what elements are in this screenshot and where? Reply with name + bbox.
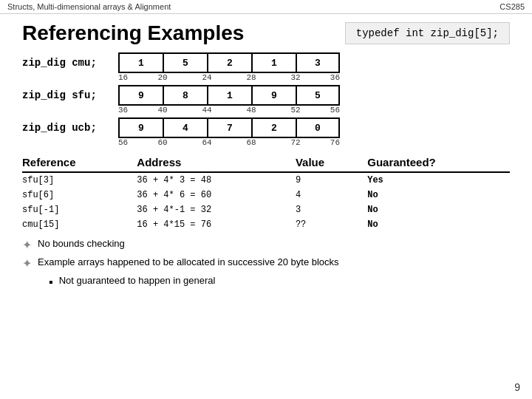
reference-table: Reference Address Value Guaranteed? sfu[… [22,154,510,232]
sub-bullet-marker-icon: ▪ [49,275,53,289]
bullets-section: ✦ No bounds checking ✦ Example arrays ha… [22,238,510,289]
addr-cell: 16 + 4*15 = 76 [132,217,291,232]
array-ucb-cell-3: 2 [251,117,296,138]
table-row: sfu[-1] 36 + 4*-1 = 32 3 No [22,202,510,217]
ref-cell: sfu[6] [22,188,132,202]
array-sfu-cell-1: 8 [163,85,207,106]
top-bar-title: Structs, Multi-dimensional arrays & Alig… [7,2,171,11]
bullet-diamond-icon: ✦ [22,238,32,253]
array-cmu-cells: 1 5 2 1 3 [118,52,340,73]
array-cmu-cell-1: 5 [163,52,207,73]
array-cmu-indices: 16 20 24 28 32 36 [118,73,510,82]
guar-cell: No [363,202,510,217]
array-cmu-cell-0: 1 [118,52,163,73]
array-ucb: zip_dig ucb; 9 4 7 2 0 56 60 64 68 72 76 [22,117,510,147]
addr-cell: 36 + 4* 6 = 60 [132,188,291,202]
array-ucb-cell-1: 4 [163,117,207,138]
array-cmu-cell-2: 2 [207,52,251,73]
array-sfu-indices: 36 40 44 48 52 56 [118,106,510,115]
array-cmu: zip_dig cmu; 1 5 2 1 3 16 20 24 28 32 36 [22,52,510,82]
array-ucb-indices: 56 60 64 68 72 76 [118,138,510,147]
array-ucb-cells: 9 4 7 2 0 [118,117,340,138]
ref-cell: cmu[15] [22,217,132,232]
array-sfu: zip_dig sfu; 9 8 1 9 5 36 40 44 48 52 56 [22,85,510,115]
col-header-reference: Reference [22,154,132,172]
val-cell: 4 [291,188,363,202]
col-header-value: Value [291,154,363,172]
array-ucb-cell-0: 9 [118,117,163,138]
sub-bullet-1-text: Not guaranteed to happen in general [59,275,216,286]
page-number: 9 [514,381,520,393]
array-ucb-cell-4: 0 [296,117,340,138]
col-header-guaranteed: Guaranteed? [363,154,510,172]
array-sfu-cell-4: 5 [296,85,340,106]
array-cmu-cell-3: 1 [251,52,296,73]
addr-cell: 36 + 4* 3 = 48 [132,172,291,188]
guar-cell: No [363,217,510,232]
val-cell: 3 [291,202,363,217]
table-row: sfu[6] 36 + 4* 6 = 60 4 No [22,188,510,202]
array-cmu-label: zip_dig cmu; [22,57,118,69]
val-cell: 9 [291,172,363,188]
table-row: cmu[15] 16 + 4*15 = 76 ?? No [22,217,510,232]
typedef-box: typedef int zip_dig[5]; [345,22,510,44]
array-sfu-cells: 9 8 1 9 5 [118,85,340,106]
array-sfu-label: zip_dig sfu; [22,89,118,101]
bullet-1-text: No bounds checking [38,238,125,249]
sub-bullet-1: ▪ Not guaranteed to happen in general [49,275,510,289]
bullet-2: ✦ Example arrays happened to be allocate… [22,256,510,272]
bullet-2-text: Example arrays happened to be allocated … [38,256,339,267]
reference-table-section: Reference Address Value Guaranteed? sfu[… [22,154,510,232]
array-ucb-label: zip_dig ucb; [22,122,118,134]
page-title: Referencing Examples [22,21,244,45]
table-row: sfu[3] 36 + 4* 3 = 48 9 Yes [22,172,510,188]
course-label: CS285 [499,2,525,11]
array-sfu-cell-3: 9 [251,85,296,106]
bullet-1: ✦ No bounds checking [22,238,510,253]
guar-cell: Yes [363,172,510,188]
col-header-address: Address [132,154,291,172]
addr-cell: 36 + 4*-1 = 32 [132,202,291,217]
ref-cell: sfu[3] [22,172,132,188]
array-cmu-cell-4: 3 [296,52,340,73]
guar-cell: No [363,188,510,202]
array-sfu-cell-2: 1 [207,85,251,106]
bullet-diamond-icon-2: ✦ [22,256,32,272]
array-ucb-cell-2: 7 [207,117,251,138]
val-cell: ?? [291,217,363,232]
ref-cell: sfu[-1] [22,202,132,217]
array-sfu-cell-0: 9 [118,85,163,106]
